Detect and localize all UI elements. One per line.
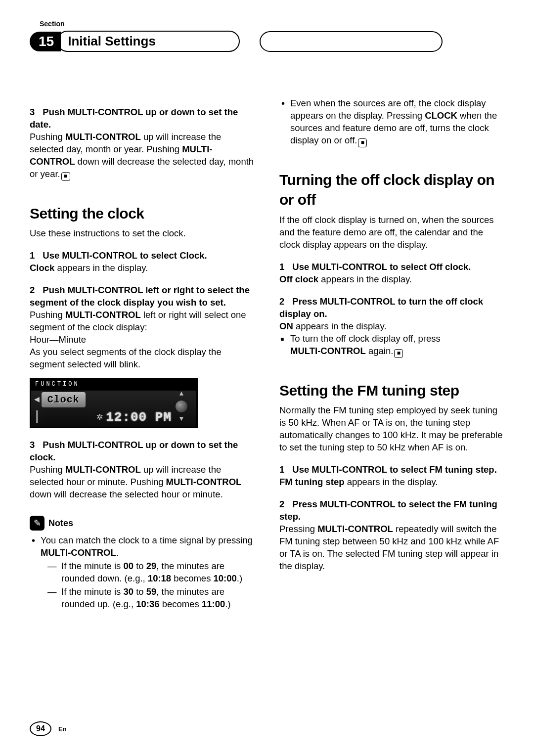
text: Pushing xyxy=(30,132,65,142)
bold-text: 11:00 xyxy=(202,599,225,609)
chapter-header: 15 Initial Settings xyxy=(30,31,504,52)
step-body: Off clock appears in the display. xyxy=(279,273,504,286)
bold-text: 00 xyxy=(123,561,134,571)
chapter-number-badge: 15 xyxy=(30,32,61,51)
knob-icon xyxy=(176,400,187,412)
display-illustration: FUNCTION ◀ Clock ✲ 12:00 PM ▲ ▼ xyxy=(30,378,198,428)
end-mark-icon xyxy=(358,138,367,147)
text: You can match the clock to a time signal… xyxy=(41,535,253,545)
step-body: As you select segments of the clock disp… xyxy=(30,346,255,371)
display-time: 12:00 PM xyxy=(106,409,172,426)
right-column: Even when the sources are off, the clock… xyxy=(279,96,504,612)
decorative-pill xyxy=(260,31,443,52)
text: If the minute is xyxy=(61,586,123,597)
text: to xyxy=(134,586,146,597)
page-number: 94 xyxy=(30,721,51,736)
text: again. xyxy=(366,346,394,356)
bold-text: MULTI-CONTROL xyxy=(65,310,141,320)
chapter-title: Initial Settings xyxy=(57,31,240,52)
text: .) xyxy=(237,573,242,583)
language-label: En xyxy=(58,725,67,733)
step-number: 1 xyxy=(279,261,284,273)
step-body: FM tuning step appears in the display. xyxy=(279,476,504,489)
text: Pushing xyxy=(30,310,65,320)
heading-fm-tuning: Setting the FM tuning step xyxy=(279,381,504,401)
notes-list: You can match the clock to a time signal… xyxy=(30,534,255,611)
bold-text: MULTI-CONTROL xyxy=(65,132,141,142)
step-body: Pushing MULTI-CONTROL left or right will… xyxy=(30,309,255,334)
left-column: 3Push MULTI-CONTROL up or down to set th… xyxy=(30,96,255,612)
step-body: Pressing MULTI-CONTROL repeatedly will s… xyxy=(279,523,504,573)
notes-title: Notes xyxy=(48,517,73,529)
bold-text: 10:00 xyxy=(214,573,237,583)
bold-text: MULTI-CONTROL xyxy=(290,346,366,356)
up-triangle-icon: ▲ xyxy=(179,389,183,399)
list-item: To turn the off clock display off, press… xyxy=(279,333,504,358)
page-footer: 94 En xyxy=(30,721,67,736)
bold-text: Clock xyxy=(30,263,54,273)
text: Pushing xyxy=(30,464,65,475)
step-number: 3 xyxy=(30,106,35,119)
snowflake-icon: ✲ xyxy=(96,410,103,425)
heading-setting-clock: Setting the clock xyxy=(30,204,255,224)
text: appears in the display. xyxy=(293,321,387,331)
step-title: Use MULTI-CONTROL to select FM tuning st… xyxy=(292,464,497,475)
text: becomes xyxy=(160,599,202,609)
step-number: 1 xyxy=(279,464,284,476)
step-heading: 1Use MULTI-CONTROL to select Off clock. xyxy=(279,261,504,273)
bold-text: MULTI-CONTROL xyxy=(166,477,242,487)
text: If the minute is xyxy=(61,561,123,571)
end-mark-icon xyxy=(61,172,70,181)
bold-text: 10:36 xyxy=(136,599,159,609)
step-number: 3 xyxy=(30,439,35,451)
bold-text: 30 xyxy=(123,586,134,597)
step-number: 2 xyxy=(30,284,35,297)
intro-text: If the off clock display is turned on, w… xyxy=(279,214,504,251)
step-heading: 2Press MULTI-CONTROL to turn the off clo… xyxy=(279,296,504,320)
bold-text: MULTI-CONTROL xyxy=(41,547,116,558)
step-title: Push MULTI-CONTROL up or down to set the… xyxy=(30,107,238,130)
bold-text: CLOCK xyxy=(425,110,457,121)
step-title: Use MULTI-CONTROL to select Clock. xyxy=(43,250,207,261)
bold-text: ON xyxy=(279,321,293,331)
bold-text: MULTI-CONTROL xyxy=(317,524,393,534)
text: .) xyxy=(225,599,230,609)
text: to xyxy=(134,561,146,571)
section-label: Section xyxy=(40,20,504,28)
text: appears in the display. xyxy=(345,477,438,487)
text: To turn the off clock display off, press xyxy=(290,333,441,344)
note-item: Even when the sources are off, the clock… xyxy=(279,97,504,147)
bold-text: 29 xyxy=(146,561,157,571)
bold-text: Off clock xyxy=(279,274,318,284)
step-number: 2 xyxy=(279,498,284,511)
intro-text: Normally the FM tuning step employed by … xyxy=(279,404,504,454)
step-title: Push MULTI-CONTROL up or down to set the… xyxy=(30,440,238,462)
bold-text: FM tuning step xyxy=(279,477,345,487)
text: . xyxy=(116,547,119,558)
text: becomes xyxy=(171,573,213,583)
step-heading: 1Use MULTI-CONTROL to select Clock. xyxy=(30,250,255,262)
pencil-icon: ✎ xyxy=(30,516,44,531)
step-body: Pushing MULTI-CONTROL up will increase t… xyxy=(30,464,255,501)
note-subitem: If the minute is 30 to 59, the minutes a… xyxy=(41,586,255,611)
notes-header: ✎ Notes xyxy=(30,516,255,531)
note-subitem: If the minute is 00 to 29, the minutes a… xyxy=(41,560,255,585)
text: down will decrease the selected hour or … xyxy=(30,489,223,499)
heading-off-clock: Turning the off clock display on or off xyxy=(279,170,504,210)
bold-text: MULTI-CONTROL xyxy=(65,464,141,475)
left-arrow-icon: ◀ xyxy=(34,394,40,405)
step-body: Clock appears in the display. xyxy=(30,262,255,274)
notes-list-continued: Even when the sources are off, the clock… xyxy=(279,97,504,147)
step-number: 2 xyxy=(279,296,284,308)
intro-text: Use these instructions to set the clock. xyxy=(30,227,255,240)
bold-text: 59 xyxy=(146,586,157,597)
display-menu-label: Clock xyxy=(42,392,86,407)
step-title: Press MULTI-CONTROL to select the FM tun… xyxy=(279,499,497,522)
step-title: Use MULTI-CONTROL to select Off clock. xyxy=(292,262,471,272)
step-heading: 2Press MULTI-CONTROL to select the FM tu… xyxy=(279,498,504,523)
segment-list: Hour—Minute xyxy=(30,334,255,346)
note-sublist: If the minute is 00 to 29, the minutes a… xyxy=(41,560,255,611)
square-bullet-list: To turn the off clock display off, press… xyxy=(279,333,504,358)
step-heading: 3Push MULTI-CONTROL up or down to set th… xyxy=(30,106,255,131)
step-body: ON appears in the display. xyxy=(279,320,504,333)
